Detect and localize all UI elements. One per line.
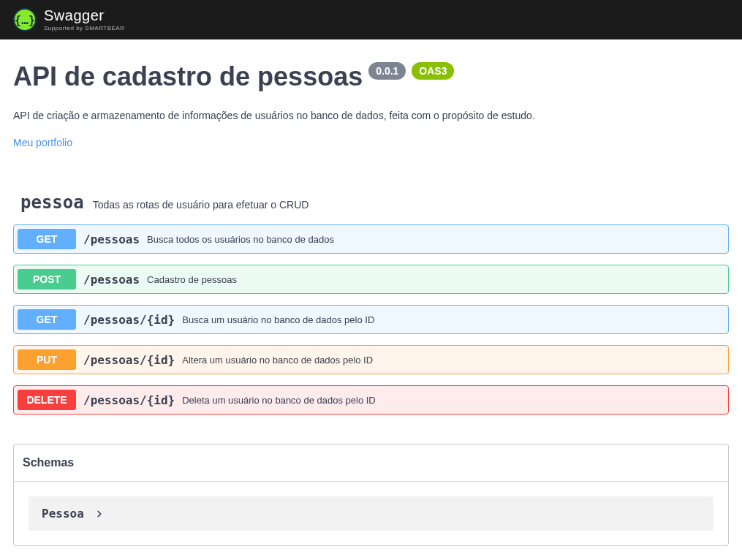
operation-path: /pessoas [83, 232, 140, 246]
schemas-body: Pessoa [14, 482, 728, 545]
method-badge: GET [18, 229, 76, 249]
method-badge: DELETE [18, 390, 76, 410]
operation-post-pessoas[interactable]: POST /pessoas Cadastro de pessoas [13, 265, 729, 294]
operation-path: /pessoas/{id} [83, 353, 175, 367]
version-badge: 0.0.1 [368, 62, 406, 80]
chevron-right-icon [94, 509, 105, 519]
method-badge: POST [18, 269, 76, 290]
tag-description: Todas as rotas de usuário para efetuar o… [93, 199, 309, 211]
operation-get-pessoa-id[interactable]: GET /pessoas/{id} Busca um usuário no ba… [13, 305, 729, 334]
portfolio-link[interactable]: Meu portfolio [13, 137, 72, 148]
operation-summary: Cadastro de pessoas [147, 274, 237, 285]
schema-item-pessoa[interactable]: Pessoa [29, 496, 713, 531]
api-title: API de cadastro de pessoas [13, 61, 363, 92]
brand-block: Swagger. Supported by SMARTBEAR [44, 8, 124, 31]
operation-summary: Altera um usuário no banco de dados pelo… [182, 355, 373, 366]
operation-path: /pessoas/{id} [83, 393, 175, 407]
operation-summary: Deleta um usuário no banco de dados pelo… [182, 395, 376, 406]
brand-subtitle: Supported by SMARTBEAR [44, 26, 124, 31]
brand-name: Swagger. [44, 8, 124, 23]
tag-header[interactable]: pessoa Todas as rotas de usuário para ef… [13, 185, 729, 220]
tag-name: pessoa [20, 192, 84, 213]
content: API de cadastro de pessoas 0.0.1 OAS3 AP… [0, 39, 742, 546]
schemas-header[interactable]: Schemas [14, 444, 728, 482]
oas-badge: OAS3 [412, 62, 454, 80]
schema-name: Pessoa [42, 507, 84, 521]
api-description: API de criação e armazenamento de inform… [13, 110, 729, 121]
schemas-section: Schemas Pessoa [13, 444, 729, 546]
operation-put-pessoa-id[interactable]: PUT /pessoas/{id} Altera um usuário no b… [13, 345, 729, 374]
operation-summary: Busca um usuário no banco de dados pelo … [182, 314, 374, 325]
operation-summary: Busca todos os usuários no banco de dado… [147, 234, 334, 245]
topbar: {…} Swagger. Supported by SMARTBEAR [0, 0, 742, 39]
method-badge: GET [18, 309, 76, 330]
operation-list: GET /pessoas Busca todos os usuários no … [13, 224, 729, 415]
swagger-logo-icon: {…} [13, 8, 37, 31]
method-badge: PUT [18, 349, 76, 370]
operation-delete-pessoa-id[interactable]: DELETE /pessoas/{id} Deleta um usuário n… [13, 385, 729, 415]
operation-get-pessoas[interactable]: GET /pessoas Busca todos os usuários no … [13, 224, 729, 254]
title-row: API de cadastro de pessoas 0.0.1 OAS3 [13, 61, 729, 92]
tag-section: pessoa Todas as rotas de usuário para ef… [13, 185, 729, 415]
topbar-inner: {…} Swagger. Supported by SMARTBEAR [0, 8, 137, 31]
operation-path: /pessoas [83, 273, 140, 287]
operation-path: /pessoas/{id} [83, 313, 175, 327]
